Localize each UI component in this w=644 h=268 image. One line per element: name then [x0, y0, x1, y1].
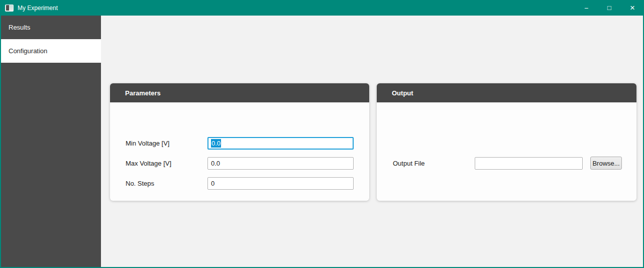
max-voltage-label: Max Voltage [V] — [126, 157, 171, 170]
output-file-label: Output File — [393, 157, 425, 170]
parameters-panel-header: Parameters — [110, 83, 369, 102]
app-window: My Experiment − □ × Results Configuratio… — [0, 0, 644, 268]
minimize-icon[interactable]: − — [575, 0, 598, 16]
window-controls: − □ × — [575, 0, 644, 16]
sidebar-item-results[interactable]: Results — [1, 16, 101, 39]
parameters-panel: Parameters Min Voltage [V] 0.0 Max Volta… — [110, 83, 369, 201]
num-steps-input[interactable] — [207, 177, 354, 190]
app-icon-content-pane — [9, 5, 13, 11]
output-panel-body: Output File Browse... — [377, 102, 636, 201]
window-title: My Experiment — [18, 5, 58, 12]
parameters-panel-body: Min Voltage [V] 0.0 Max Voltage [V] No. … — [110, 102, 369, 201]
output-panel: Output Output File Browse... — [377, 83, 636, 201]
app-icon — [5, 5, 14, 12]
sidebar: Results Configuration — [1, 16, 101, 267]
max-voltage-input[interactable] — [207, 157, 354, 170]
maximize-icon[interactable]: □ — [598, 0, 621, 16]
min-voltage-label: Min Voltage [V] — [126, 137, 169, 150]
close-icon[interactable]: × — [621, 0, 644, 16]
output-file-input[interactable] — [475, 157, 583, 170]
output-panel-header: Output — [377, 83, 636, 102]
num-steps-label: No. Steps — [126, 177, 154, 190]
min-voltage-selected-value: 0.0 — [211, 139, 221, 148]
titlebar[interactable]: My Experiment − □ × — [0, 0, 644, 16]
sidebar-item-configuration[interactable]: Configuration — [1, 39, 101, 63]
min-voltage-input[interactable]: 0.0 — [207, 137, 354, 150]
main-content: Parameters Min Voltage [V] 0.0 Max Volta… — [101, 16, 643, 267]
app-icon-sidebar-pane — [6, 5, 9, 11]
browse-button[interactable]: Browse... — [590, 157, 622, 170]
